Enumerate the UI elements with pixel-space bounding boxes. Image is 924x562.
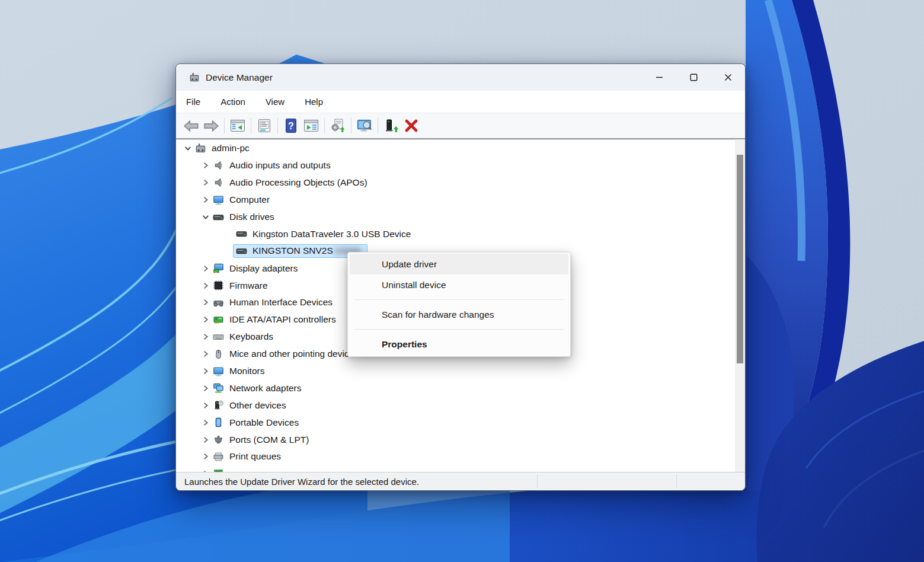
- tree-row-computer[interactable]: Computer: [176, 191, 735, 209]
- chevron-right-icon[interactable]: [199, 348, 212, 360]
- display-adapter-icon: [212, 263, 225, 274]
- printer-icon: [212, 451, 225, 462]
- tree-item-label: Other devices: [229, 400, 286, 411]
- status-text: Launches the Update Driver Wizard for th…: [184, 477, 419, 487]
- menu-help[interactable]: Help: [295, 91, 333, 113]
- vertical-scrollbar[interactable]: [735, 139, 745, 472]
- device-manager-app-icon: [189, 72, 200, 83]
- ports-icon: [212, 435, 225, 445]
- update-driver-software-button[interactable]: [328, 116, 348, 135]
- tree-row-portable-devices[interactable]: Portable Devices: [176, 414, 735, 431]
- chevron-down-icon[interactable]: [181, 142, 194, 154]
- maximize-button[interactable]: [676, 64, 711, 91]
- titlebar[interactable]: Device Manager: [176, 64, 745, 91]
- context-menu-separator: [354, 329, 564, 330]
- toolbar-separator: [224, 118, 225, 133]
- chevron-right-icon[interactable]: [199, 177, 212, 189]
- chevron-right-icon[interactable]: [199, 417, 212, 429]
- device-update-icon: [383, 118, 399, 133]
- scrollbar-thumb[interactable]: [737, 155, 743, 363]
- action-pane-icon: [303, 118, 319, 133]
- chevron-right-icon[interactable]: [199, 194, 212, 206]
- properties-button[interactable]: [254, 116, 274, 135]
- scan-hardware-changes-button[interactable]: [354, 116, 375, 135]
- network-adapter-icon: [212, 383, 225, 394]
- chevron-right-icon[interactable]: [199, 263, 212, 274]
- chevron-right-icon[interactable]: [199, 296, 212, 308]
- back-arrow-icon: [183, 118, 199, 134]
- tree-item-label: Kingston DataTraveler 3.0 USB Device: [252, 229, 411, 240]
- menu-file[interactable]: File: [176, 91, 210, 113]
- chevron-right-icon[interactable]: [199, 159, 212, 171]
- monitor-icon: [212, 366, 225, 376]
- context-menu-scan-hardware-changes[interactable]: Scan for hardware changes: [350, 304, 568, 325]
- statusbar-divider: [676, 475, 677, 488]
- update-driver-button[interactable]: [381, 116, 401, 135]
- desktop: Device Manager File Action View Help: [0, 0, 924, 562]
- uninstall-button[interactable]: [401, 116, 421, 135]
- context-menu-update-driver[interactable]: Update driver: [350, 254, 568, 274]
- speaker-icon: [212, 177, 225, 188]
- toolbar-separator: [277, 118, 278, 133]
- menu-view[interactable]: View: [255, 91, 295, 113]
- gear-update-icon: [330, 118, 346, 133]
- maximize-icon: [690, 74, 698, 81]
- tree-row-kingston-datatraveler[interactable]: Kingston DataTraveler 3.0 USB Device: [176, 225, 735, 242]
- tree-row-clipped[interactable]: [176, 465, 735, 472]
- tree-row-print-queues[interactable]: Print queues: [176, 448, 735, 465]
- ide-controller-icon: [212, 314, 225, 325]
- disk-icon: [235, 245, 248, 256]
- scan-monitor-icon: [357, 118, 373, 134]
- chevron-right-icon[interactable]: [199, 400, 212, 411]
- chevron-right-icon[interactable]: [199, 451, 212, 462]
- tree-row-network-adapters[interactable]: Network adapters: [176, 379, 735, 397]
- chevron-right-icon[interactable]: [199, 434, 212, 446]
- minimize-icon: [656, 74, 663, 81]
- tree-item-label: Mice and other pointing devices: [229, 349, 359, 359]
- chevron-right-icon[interactable]: [199, 382, 212, 394]
- tree-item-label: Human Interface Devices: [229, 297, 332, 308]
- tree-item-label: Network adapters: [229, 383, 301, 394]
- show-hide-console-tree-button[interactable]: [228, 116, 248, 135]
- context-menu-uninstall-device[interactable]: Uninstall device: [350, 274, 568, 295]
- tree-item-label: Firmware: [229, 280, 268, 291]
- help-button[interactable]: [281, 116, 301, 135]
- tree-item-label: Display adapters: [229, 263, 298, 274]
- keyboard-icon: [212, 331, 225, 342]
- chevron-right-icon[interactable]: [199, 314, 212, 325]
- menu-bar: File Action View Help: [176, 91, 745, 113]
- tree-item-label: Audio Processing Objects (APOs): [229, 177, 367, 188]
- chevron-right-icon[interactable]: [199, 331, 212, 343]
- forward-arrow-icon: [203, 118, 219, 134]
- tree-row-audio-inputs[interactable]: Audio inputs and outputs: [176, 157, 735, 174]
- close-button[interactable]: [711, 64, 745, 91]
- tree-row-audio-processing-objects[interactable]: Audio Processing Objects (APOs): [176, 174, 735, 191]
- tree-row-disk-drives[interactable]: Disk drives: [176, 209, 735, 226]
- chevron-right-icon[interactable]: [199, 365, 212, 377]
- tree-item-label: IDE ATA/ATAPI controllers: [229, 314, 336, 325]
- tree-row-ports[interactable]: Ports (COM & LPT): [176, 431, 735, 448]
- tree-item-label: admin-pc: [212, 143, 250, 154]
- back-button[interactable]: [181, 116, 201, 135]
- context-menu-properties[interactable]: Properties: [350, 334, 568, 355]
- chevron-down-icon[interactable]: [199, 211, 212, 223]
- tree-row-other-devices[interactable]: Other devices: [176, 397, 735, 414]
- hid-icon: [212, 297, 225, 308]
- toolbar-separator: [351, 118, 351, 133]
- console-tree-icon: [230, 118, 245, 133]
- chevron-right-icon[interactable]: [199, 280, 212, 292]
- forward-button[interactable]: [201, 116, 221, 135]
- tree-row-admin-pc[interactable]: admin-pc: [176, 140, 735, 157]
- tree-row-monitors[interactable]: Monitors: [176, 363, 735, 380]
- tree-item-label: Keyboards: [229, 331, 273, 342]
- pc-icon: [194, 143, 207, 154]
- chevron-right-icon[interactable]: [199, 468, 212, 472]
- minimize-button[interactable]: [642, 64, 676, 91]
- tree-item-label: Monitors: [229, 366, 264, 376]
- window-title: Device Manager: [206, 72, 273, 83]
- tree-item-label: KINGSTON SNV2S: [252, 245, 333, 256]
- action-pane-button[interactable]: [301, 116, 321, 135]
- menu-action[interactable]: Action: [210, 91, 255, 113]
- portable-device-icon: [212, 417, 225, 428]
- firmware-chip-icon: [212, 280, 225, 291]
